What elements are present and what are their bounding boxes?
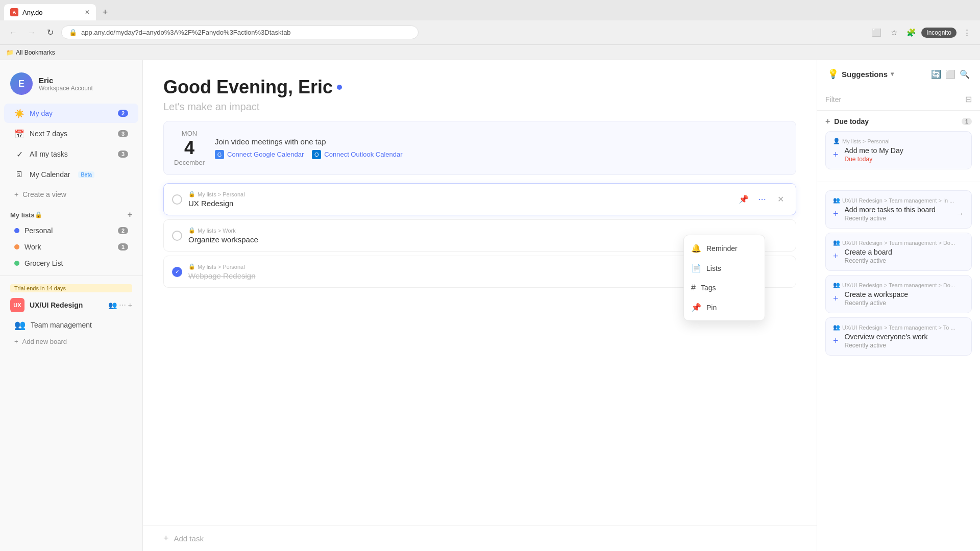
add-board-button[interactable]: + Add new board — [0, 334, 142, 349]
my-day-icon: ☀️ — [14, 108, 24, 118]
google-cal-icon: G — [215, 150, 224, 159]
outlook-cal-icon: O — [312, 150, 321, 159]
filter-icon[interactable]: ⊟ — [965, 94, 972, 104]
bookmarks-label: All Bookmarks — [16, 49, 55, 56]
main-header: Good Evening, Eric Let's make an impact — [143, 60, 817, 121]
cast-icon[interactable]: ⬜ — [869, 26, 884, 40]
suggestions-button[interactable]: 💡 Suggestions ▾ — [827, 68, 894, 80]
menu-item-pin[interactable]: 📌 Pin — [684, 297, 765, 317]
personal-badge: 2 — [118, 227, 128, 234]
workspace-icon: UX — [10, 298, 24, 312]
task-pin-button-0[interactable]: 📌 — [737, 192, 751, 207]
my-lists-label: My lists — [10, 211, 35, 219]
extensions-icon[interactable]: 🧩 — [904, 26, 918, 40]
search-icon[interactable]: 🔍 — [960, 69, 970, 79]
suggestion-label-0: Add me to My Day — [845, 146, 903, 155]
grocery-label: Grocery List — [24, 259, 63, 267]
all-tasks-badge: 3 — [118, 151, 128, 158]
app-container: E Eric Workspace Account ☀️ My day 2 📅 N… — [0, 60, 980, 551]
tab-close-button[interactable]: ✕ — [85, 9, 90, 16]
arrow-icon-1[interactable]: → — [956, 209, 964, 218]
refresh-icon[interactable]: 🔄 — [931, 69, 941, 79]
bookmark-icon[interactable]: ☆ — [887, 26, 901, 40]
menu-icon[interactable]: ⋮ — [960, 26, 974, 40]
suggestion-path-1: 👥 UX/UI Redesign > Team management > In … — [833, 197, 964, 204]
add-task-bar[interactable]: + Add task — [143, 525, 817, 551]
lists-menu-icon: 📄 — [691, 263, 701, 273]
cal-links: G Connect Google Calendar O Connect Outl… — [215, 150, 786, 159]
menu-item-reminder[interactable]: 🔔 Reminder — [684, 238, 765, 258]
task-path-icon-0: 🔒 — [188, 191, 195, 197]
sidebar-item-calendar[interactable]: 🗓 My Calendar Beta — [4, 165, 138, 184]
layout-icon[interactable]: ⬜ — [945, 69, 955, 79]
menu-item-tags[interactable]: # Tags — [684, 278, 765, 297]
right-panel-header: 💡 Suggestions ▾ 🔄 ⬜ 🔍 — [817, 60, 980, 88]
add-list-button[interactable]: + — [128, 210, 132, 219]
incognito-button[interactable]: Incognito — [921, 28, 957, 38]
browser-toolbar: ← → ↻ 🔒 app.any.do/myday?d=anydo%3A%2F%2… — [0, 20, 980, 45]
task-close-button-0[interactable]: ✕ — [773, 192, 788, 207]
reload-button[interactable]: ↻ — [43, 26, 57, 40]
suggestion-item-4[interactable]: 👥 UX/UI Redesign > Team management > To … — [825, 317, 972, 356]
suggestion-path-icon-2: 👥 — [833, 239, 840, 246]
calendar-icon: 🗓 — [14, 169, 24, 180]
lists-menu-label: Lists — [706, 264, 721, 272]
google-calendar-link[interactable]: G Connect Google Calendar — [215, 150, 304, 159]
task-path-1: 🔒 My lists > Work — [188, 227, 788, 234]
next-7-days-badge: 3 — [118, 130, 128, 137]
due-today-add-button[interactable]: + — [825, 117, 830, 126]
suggestion-path-icon-0: 👤 — [833, 138, 840, 144]
all-tasks-label: All my tasks — [30, 150, 68, 158]
grocery-dot — [14, 261, 19, 266]
suggestion-item-1[interactable]: 👥 UX/UI Redesign > Team management > In … — [825, 190, 972, 229]
due-today-section: + Due today 1 👤 My lists > Personal + Ad… — [817, 111, 980, 180]
suggestion-path-text-3: UX/UI Redesign > Team management > Do... — [842, 282, 955, 288]
suggestion-content-3: Create a workspace Recently active — [845, 290, 909, 307]
tags-label: Tags — [701, 284, 716, 292]
sidebar-item-next-7-days[interactable]: 📅 Next 7 days 3 — [4, 124, 138, 143]
calendar-banner: MON 4 December Join video meetings with … — [163, 121, 796, 175]
sidebar-item-my-day[interactable]: ☀️ My day 2 — [4, 104, 138, 123]
calendar-label: My Calendar — [30, 170, 70, 179]
list-item-work[interactable]: Work 1 — [4, 239, 138, 255]
forward-button[interactable]: → — [24, 26, 39, 40]
bookmarks-icon: 📁 — [6, 49, 14, 56]
workspace-add-icon[interactable]: + — [128, 301, 132, 309]
suggestion-sub-0: Due today — [845, 156, 903, 163]
task-checkbox-0[interactable] — [172, 194, 182, 205]
suggestion-path-3: 👥 UX/UI Redesign > Team management > Do.… — [833, 282, 964, 288]
user-sub: Workspace Account — [39, 85, 93, 92]
workspace-more-icon[interactable]: ⋯ — [119, 301, 126, 309]
create-view-plus-icon: + — [14, 190, 18, 198]
workspace-members-icon[interactable]: 👥 — [108, 301, 117, 309]
suggestion-sub-3: Recently active — [845, 299, 909, 307]
task-path-0: 🔒 My lists > Personal — [188, 191, 730, 197]
task-checkbox-2[interactable]: ✓ — [172, 267, 182, 277]
suggestion-item-0[interactable]: 👤 My lists > Personal + Add me to My Day… — [825, 131, 972, 169]
task-card-0[interactable]: 🔒 My lists > Personal UX Redesign 📌 ⋯ ✕ … — [163, 183, 796, 215]
tasks-container: 🔒 My lists > Personal UX Redesign 📌 ⋯ ✕ … — [143, 175, 817, 525]
sidebar-item-all-tasks[interactable]: ✓ All my tasks 3 — [4, 144, 138, 164]
create-view-button[interactable]: + Create a view — [4, 187, 138, 202]
back-button[interactable]: ← — [6, 26, 20, 40]
list-item-grocery[interactable]: Grocery List — [4, 256, 138, 271]
suggestion-item-3[interactable]: 👥 UX/UI Redesign > Team management > Do.… — [825, 275, 972, 313]
suggestion-path-text-0: My lists > Personal — [842, 138, 890, 144]
new-tab-button[interactable]: + — [98, 5, 112, 19]
workspace-item[interactable]: UX UX/UI Redesign 👥 ⋯ + — [0, 294, 142, 316]
address-bar[interactable]: 🔒 app.any.do/myday?d=anydo%3A%2F%2Fanydo… — [61, 26, 419, 39]
menu-item-lists[interactable]: 📄 Lists — [684, 258, 765, 278]
task-checkbox-1[interactable] — [172, 231, 182, 241]
list-item-personal[interactable]: Personal 2 — [4, 223, 138, 238]
panel-divider — [817, 182, 980, 182]
url-display: app.any.do/myday?d=anydo%3A%2F%2Fanydo%3… — [81, 29, 411, 36]
beta-badge: Beta — [78, 171, 94, 178]
suggestion-item-2[interactable]: 👥 UX/UI Redesign > Team management > Do.… — [825, 233, 972, 271]
active-tab[interactable]: A Any.do ✕ — [4, 4, 96, 20]
user-section: E Eric Workspace Account — [0, 68, 142, 103]
outlook-calendar-link[interactable]: O Connect Outlook Calendar — [312, 150, 402, 159]
bookmarks-folder[interactable]: 📁 All Bookmarks — [6, 49, 55, 56]
team-management-item[interactable]: 👥 Team management — [0, 316, 142, 334]
task-more-button-0[interactable]: ⋯ — [755, 192, 769, 207]
bulb-icon: 💡 — [827, 68, 839, 80]
